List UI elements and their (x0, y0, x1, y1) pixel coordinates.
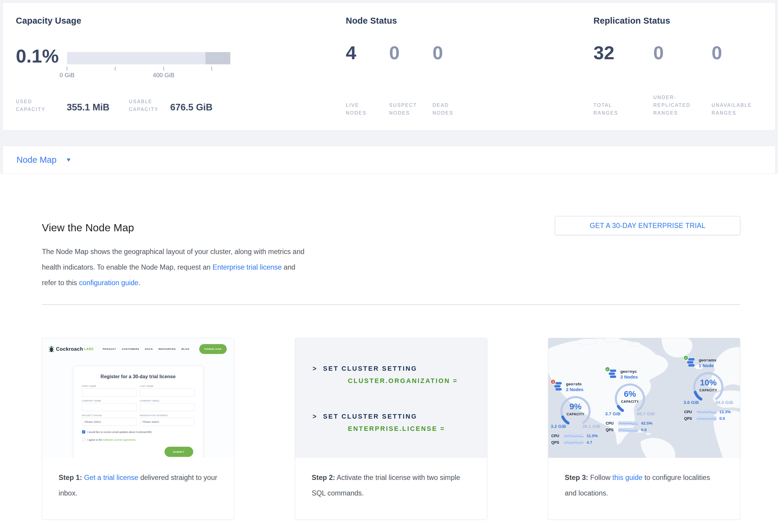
last-name-input (140, 388, 194, 396)
under-replicated-ranges-stat: 0 UNDER- REPLICATED RANGES (653, 44, 664, 117)
roach-icon (49, 345, 54, 353)
qps-metric: QPS 0.0 (606, 428, 659, 432)
get-trial-license-link[interactable]: Get a trial license (84, 474, 139, 481)
node-map-dropdown-label[interactable]: Node Map (16, 155, 57, 165)
step1-screenshot: Cockroach LABS PRODUCT CUSTOMERS DOCS RE… (42, 338, 234, 458)
step1-card: Cockroach LABS PRODUCT CUSTOMERS DOCS RE… (42, 338, 234, 520)
license-agreement-checkbox-row: I agree to the Software License Agreemen… (82, 438, 194, 441)
node-status-section: Node Status 4 LIVE NODES 0 SUSPECT NODES… (346, 3, 579, 130)
locality-widget-ams: ✓ geo=ams 1 Node (686, 358, 737, 421)
form-field: PROJECT PHASE Please Select (82, 411, 136, 426)
cluster-summary-panel: Capacity Usage 0.1% 0 GiB 400 GiB USED C… (2, 2, 776, 131)
cockroach-site-preview: Cockroach LABS PRODUCT CUSTOMERS DOCS RE… (42, 338, 234, 458)
nav-resources: RESOURCES (159, 348, 176, 351)
gauge-tick-label-0: 0 GiB (60, 72, 74, 79)
capacity-usage-section: Capacity Usage 0.1% 0 GiB 400 GiB USED C… (16, 3, 333, 130)
download-button: DOWNLOAD (199, 344, 227, 354)
cpu-metric: CPU 42.5% (606, 421, 659, 426)
software-license-agreement-link: Software License Agreement. (103, 438, 136, 441)
locality-widget-nyc: ✓ geo=nyc 2 Nodes (608, 369, 658, 432)
gauge-tick-label-400: 400 GiB (153, 72, 174, 79)
nav-product: PRODUCT (102, 348, 116, 351)
capacity-gauge-bar: 0 GiB 400 GiB (67, 52, 230, 64)
sql-argument-line: CLUSTER.ORGANIZATION = (348, 377, 487, 385)
step3-card: 1 geo=sfo 2 Nodes (548, 338, 740, 520)
checkbox-checked-icon: ✓ (82, 430, 85, 434)
checkbox-unchecked-icon (82, 438, 85, 441)
capacity-gauge-dark-segment (206, 52, 230, 64)
form-field: LAST NAME (140, 382, 194, 396)
trial-registration-form: Register for a 30-day trial license FIRS… (73, 366, 203, 458)
step2-sql-snippet: > SET CLUSTER SETTING CLUSTER.ORGANIZATI… (295, 338, 487, 458)
form-field: COMPANY NAME (82, 396, 136, 411)
form-field: FIRST NAME (82, 382, 136, 396)
company-name-input (82, 403, 136, 411)
email-updates-checkbox-row: ✓ I would like to receive email updates … (82, 430, 194, 434)
replication-status-title: Replication Status (594, 16, 670, 26)
cpu-sparkline (618, 421, 638, 426)
project-phase-select: Please Select (82, 418, 136, 426)
site-header: Cockroach LABS PRODUCT CUSTOMERS DOCS RE… (42, 338, 234, 354)
first-name-input (82, 388, 136, 396)
cpu-sparkline (564, 434, 584, 438)
nav-customers: CUSTOMERS (122, 348, 139, 351)
node-map-promo-section: View the Node Map GET A 30-DAY ENTERPRIS… (0, 174, 778, 520)
nav-blog: BLOG (181, 348, 189, 351)
chevron-down-icon[interactable]: ▼ (66, 157, 72, 163)
locality-widget-sfo: 1 geo=sfo 2 Nodes (553, 382, 604, 445)
cockroach-labs-logo: Cockroach LABS (49, 345, 94, 353)
capacity-usage-title: Capacity Usage (16, 16, 81, 26)
usable-capacity-value: 676.5 GiB (170, 102, 212, 113)
form-field: COMPANY EMAIL (140, 396, 194, 411)
step1-caption: Step 1: Get a trial license delivered st… (42, 458, 234, 519)
this-guide-link[interactable]: this guide (612, 474, 642, 481)
gauge-tick (67, 67, 67, 71)
sql-argument-line: ENTERPRISE.LICENSE = (348, 425, 487, 433)
sql-command-line: > SET CLUSTER SETTING (313, 413, 487, 421)
qps-metric: QPS 0.0 (684, 416, 737, 421)
reason-select: Please Select (140, 418, 194, 426)
cpu-metric: CPU 12.3% (684, 409, 737, 414)
unavailable-ranges-stat: 0 UNAVAILABLE RANGES (712, 44, 722, 117)
database-stack-icon: ✓ (686, 358, 696, 367)
sql-command-line: > SET CLUSTER SETTING (313, 365, 487, 373)
site-nav: PRODUCT CUSTOMERS DOCS RESOURCES BLOG DO… (102, 344, 227, 354)
replication-status-section: Replication Status 32 TOTAL RANGES 0 UND… (594, 3, 766, 130)
database-stack-icon: 1 (553, 382, 563, 391)
used-capacity-value: 355.1 MiB (67, 102, 109, 113)
nav-docs: DOCS (145, 348, 153, 351)
node-map-dropdown[interactable]: Node Map ▼ (2, 146, 776, 174)
database-stack-icon: ✓ (608, 369, 618, 379)
cluster-overview-zone: Capacity Usage 0.1% 0 GiB 400 GiB USED C… (0, 0, 778, 174)
form-field: REASON FOR INTEREST Please Select (140, 411, 194, 426)
configuration-guide-link[interactable]: configuration guide (79, 279, 139, 287)
capacity-percent: 0.1% (16, 45, 59, 67)
cpu-metric: CPU 11.0% (551, 434, 605, 438)
dead-nodes-stat: 0 DEAD NODES (433, 44, 443, 117)
live-nodes-stat: 4 LIVE NODES (346, 44, 356, 117)
qps-sparkline (697, 416, 716, 421)
enterprise-trial-button[interactable]: GET A 30-DAY ENTERPRISE TRIAL (555, 216, 740, 235)
qps-sparkline (564, 441, 584, 445)
description-text: . (139, 279, 141, 287)
used-capacity-label: USED CAPACITY (16, 98, 46, 113)
enterprise-trial-license-link[interactable]: Enterprise trial license (212, 263, 282, 271)
gauge-tick (212, 67, 212, 71)
suspect-nodes-stat: 0 SUSPECT NODES (389, 44, 400, 117)
company-email-input (140, 403, 194, 411)
healthy-check-icon: ✓ (683, 355, 689, 361)
node-map-preview: 1 geo=sfo 2 Nodes (548, 338, 740, 458)
node-map-description: The Node Map shows the geographical layo… (42, 244, 311, 291)
gauge-tick (163, 67, 164, 71)
qps-metric: QPS 4.7 (551, 440, 605, 445)
healthy-check-icon: ✓ (605, 367, 610, 372)
cpu-sparkline (697, 410, 716, 414)
step2-caption: Step 2: Activate the trial license with … (295, 458, 487, 519)
total-ranges-stat: 32 TOTAL RANGES (594, 44, 614, 117)
usable-capacity-label: USABLE CAPACITY (129, 98, 159, 113)
error-badge-icon: 1 (550, 379, 556, 384)
step2-card: > SET CLUSTER SETTING CLUSTER.ORGANIZATI… (295, 338, 487, 520)
node-status-title: Node Status (346, 16, 397, 26)
section-divider (42, 304, 740, 305)
step3-caption: Step 3: Follow this guide to configure l… (548, 458, 740, 519)
